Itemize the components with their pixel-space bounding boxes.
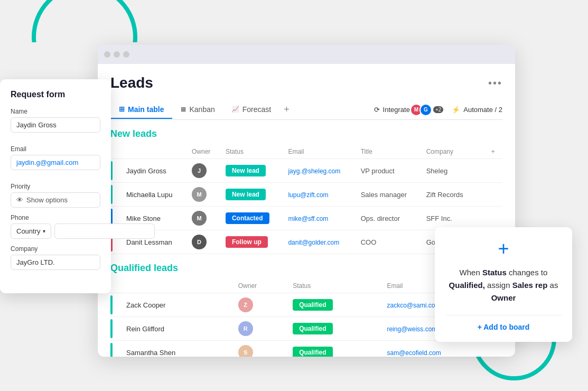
company-field: Company bbox=[11, 245, 100, 276]
tabs-bar: ⊞ Main table ▦ Kanban 📈 Forecast + ⟳ Int… bbox=[110, 100, 502, 120]
cell-company: Sheleg bbox=[421, 159, 486, 183]
company-input[interactable] bbox=[11, 255, 100, 270]
phone-number-input[interactable] bbox=[54, 224, 155, 239]
email-value: reing@weiss.com bbox=[387, 325, 437, 333]
window-dot-2 bbox=[114, 51, 120, 58]
cell-owner: J bbox=[186, 159, 220, 183]
table-row[interactable]: Michaella Lupu M New lead lupu@zift.com … bbox=[110, 183, 502, 207]
cell-name: Jaydin Gross bbox=[121, 159, 186, 183]
cell-owner: M bbox=[186, 183, 220, 207]
cell-company: Zift Records bbox=[421, 183, 486, 207]
window-dot-3 bbox=[123, 51, 129, 58]
request-form-card: Request form Name Email Priority 👁 Show … bbox=[0, 79, 111, 293]
chevron-down-icon: ▾ bbox=[43, 228, 45, 234]
company-label: Company bbox=[11, 245, 100, 253]
name-field: Name bbox=[11, 108, 100, 139]
cell-title: Ops. director bbox=[356, 207, 421, 230]
country-select[interactable]: Country ▾ bbox=[11, 224, 51, 239]
tab-forecast[interactable]: 📈 Forecast bbox=[223, 101, 279, 119]
cell-email: danit@golder.com bbox=[283, 230, 355, 254]
email-value: sam@ecofield.com bbox=[387, 349, 441, 357]
cell-status: Qualified bbox=[287, 317, 381, 341]
email-value: danit@golder.com bbox=[288, 239, 339, 246]
email-value: zackco@sami.com bbox=[387, 302, 440, 309]
tab-actions: ⟳ Integrate M G +2 ⚡ Automate / 2 bbox=[374, 104, 502, 116]
cell-actions bbox=[486, 183, 502, 207]
email-label: Email bbox=[11, 145, 100, 153]
avatar: D bbox=[192, 235, 207, 249]
table-row[interactable]: Samantha Shen S Qualified sam@ecofield.c… bbox=[110, 341, 502, 357]
window-dot-1 bbox=[104, 51, 110, 58]
cell-status: Contacted bbox=[220, 207, 283, 230]
new-leads-title: New leads bbox=[110, 128, 502, 139]
integrate-button[interactable]: ⟳ Integrate M G +2 bbox=[374, 104, 444, 116]
kanban-icon: ▦ bbox=[181, 106, 186, 113]
page-title: Leads bbox=[110, 75, 153, 91]
cell-status: New lead bbox=[220, 183, 283, 207]
country-label: Country bbox=[16, 227, 41, 235]
cell-email: mike@sff.com bbox=[283, 207, 355, 230]
ql-col-status-header: Status bbox=[287, 279, 381, 293]
integrate-icon: ⟳ bbox=[374, 106, 380, 114]
cell-owner: S bbox=[233, 341, 287, 357]
avatar: M bbox=[192, 187, 207, 202]
status-badge: New lead bbox=[226, 189, 266, 200]
cell-title: COO bbox=[356, 230, 421, 254]
automation-owner-word: Owner bbox=[491, 293, 516, 302]
automation-sales-rep-word: Sales rep bbox=[512, 281, 548, 290]
table-row[interactable]: Jaydin Gross J New lead jayg.@sheleg.com… bbox=[110, 159, 502, 183]
cell-email: jayg.@sheleg.com bbox=[283, 159, 355, 183]
phone-label: Phone bbox=[11, 214, 100, 221]
email-value: lupu@zift.com bbox=[288, 191, 328, 199]
email-input[interactable] bbox=[11, 155, 100, 170]
name-label: Name bbox=[11, 108, 100, 115]
col-indicator-header bbox=[110, 145, 121, 159]
add-tab-button[interactable]: + bbox=[279, 100, 294, 119]
cell-title: Sales manager bbox=[356, 183, 421, 207]
cell-name: Zack Cooper bbox=[121, 293, 233, 317]
page-header: Leads ••• bbox=[110, 75, 502, 91]
tab-main-table[interactable]: ⊞ Main table bbox=[110, 101, 172, 119]
forecast-icon: 📈 bbox=[232, 106, 239, 113]
show-options-button[interactable]: 👁 Show options bbox=[11, 192, 100, 208]
email-value: mike@sff.com bbox=[288, 215, 328, 222]
more-button[interactable]: ••• bbox=[488, 77, 502, 89]
col-owner-header: Owner bbox=[186, 145, 220, 159]
automation-plus-icon: + bbox=[445, 238, 562, 260]
phone-field: Phone Country ▾ bbox=[11, 214, 100, 239]
cell-status: Qualified bbox=[287, 341, 381, 357]
ql-col-owner-header: Owner bbox=[233, 279, 287, 293]
cell-status: Follow up bbox=[220, 230, 283, 254]
show-options-label: Show options bbox=[26, 196, 68, 204]
col-company-header: Company bbox=[421, 145, 486, 159]
automate-icon: ⚡ bbox=[452, 106, 460, 114]
cell-actions bbox=[486, 159, 502, 183]
col-add-header[interactable]: + bbox=[486, 145, 502, 159]
add-to-board-button[interactable]: + Add to board bbox=[445, 315, 562, 331]
cell-email: lupu@zift.com bbox=[283, 183, 355, 207]
cell-name: Michaella Lupu bbox=[121, 183, 186, 207]
status-badge: Qualified bbox=[293, 299, 332, 311]
automation-card: + When Status changes to Qualified, assi… bbox=[435, 227, 572, 342]
avatar: M bbox=[192, 211, 207, 226]
automation-text-part1: When bbox=[460, 268, 482, 277]
form-title: Request form bbox=[11, 90, 100, 99]
automation-text-part2: changes to bbox=[507, 268, 548, 277]
tab-kanban[interactable]: ▦ Kanban bbox=[172, 101, 223, 119]
cell-status: New lead bbox=[220, 159, 283, 183]
name-input[interactable] bbox=[11, 117, 100, 133]
automate-button[interactable]: ⚡ Automate / 2 bbox=[452, 106, 502, 114]
cell-owner: M bbox=[186, 207, 220, 230]
integrate-count-badge: +2 bbox=[433, 106, 443, 113]
col-status-header: Status bbox=[220, 145, 283, 159]
cell-title: VP product bbox=[356, 159, 421, 183]
cell-status: Qualified bbox=[287, 293, 381, 317]
ql-col-indicator-header bbox=[110, 279, 121, 293]
phone-row: Country ▾ bbox=[11, 224, 100, 239]
table-row[interactable]: Mike Stone M Contacted mike@sff.com Ops.… bbox=[110, 207, 502, 230]
email-field: Email bbox=[11, 145, 100, 176]
status-badge: New lead bbox=[226, 165, 266, 176]
cell-owner: D bbox=[186, 230, 220, 254]
col-title-header: Title bbox=[356, 145, 421, 159]
cell-email: sam@ecofield.com bbox=[381, 341, 502, 357]
